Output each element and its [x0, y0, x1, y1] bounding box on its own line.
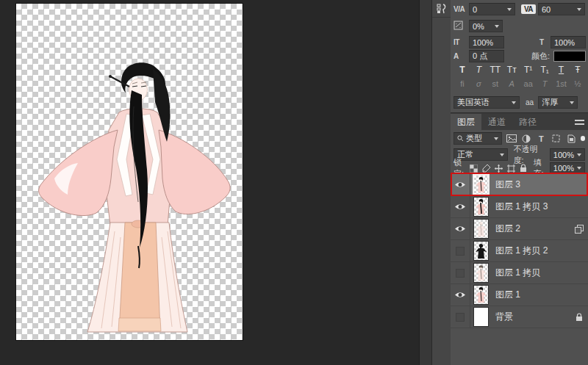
collapsed-panel-strip [431, 0, 451, 365]
layer-name: 图层 2 [495, 223, 570, 235]
tracking-select[interactable]: 60 [538, 3, 585, 15]
hanfu-woman-illustration [16, 4, 243, 340]
lock-artboard-icon[interactable] [507, 164, 515, 173]
ligatures-button[interactable]: fi [455, 79, 470, 88]
language-select[interactable]: 美国英语 [453, 96, 520, 109]
layer-thumbnail[interactable] [474, 242, 488, 260]
swash-button[interactable]: A [504, 79, 519, 88]
chevron-down-icon [577, 153, 581, 156]
proportional-spacing-icon [453, 21, 469, 32]
layer-name: 背景 [495, 311, 570, 323]
layer-thumbnail[interactable] [474, 308, 488, 326]
table-row[interactable]: 图层 2 [451, 218, 588, 240]
tab-channels[interactable]: 通道 [481, 114, 512, 130]
layer-thumbnail[interactable] [474, 220, 488, 238]
visibility-toggle[interactable] [451, 218, 470, 239]
layer-thumbnail[interactable] [474, 176, 488, 194]
character-panel-icon[interactable] [432, 0, 451, 18]
all-caps-button[interactable]: TT [488, 65, 503, 75]
oldstyle-button[interactable]: 1st [554, 79, 569, 88]
layer-thumbnail[interactable] [474, 198, 488, 216]
panel-dock-edge [419, 0, 431, 365]
chevron-down-icon [512, 101, 516, 104]
panel-tabbar: 图层 通道 路径 [451, 114, 588, 130]
chevron-down-icon [495, 25, 499, 28]
table-row[interactable]: 图层 1 拷贝 3 [451, 196, 588, 218]
layers-list: 图层 3 图层 1 拷贝 3 [451, 174, 588, 365]
eye-icon [454, 203, 466, 211]
table-row[interactable]: 图层 1 拷贝 [451, 262, 588, 284]
subscript-button[interactable]: T₁ [537, 65, 552, 75]
stylistic-alternates-button[interactable]: aa [521, 79, 536, 88]
layer-name: 图层 1 拷贝 3 [495, 200, 570, 213]
chevron-down-icon [500, 153, 504, 156]
table-row[interactable]: 图层 1 [451, 284, 588, 306]
lock-row: 锁定: 填充: 100% [451, 162, 588, 174]
search-icon [457, 135, 464, 142]
ordinals-button[interactable]: σ [471, 79, 486, 88]
visibility-toggle[interactable] [451, 240, 470, 261]
table-row[interactable]: 背景 [451, 306, 588, 328]
proportional-spacing-select[interactable]: 0% [469, 20, 503, 32]
document-canvas[interactable] [16, 4, 243, 340]
layer-thumbnail[interactable] [474, 264, 488, 282]
color-label: 颜色: [531, 51, 550, 62]
chevron-down-icon [577, 8, 581, 11]
opacity-select[interactable]: 100% [550, 148, 585, 161]
table-row[interactable]: 图层 3 [451, 174, 588, 196]
filter-type-icon[interactable]: T [536, 133, 547, 144]
layer-thumbnail[interactable] [474, 286, 488, 304]
eye-hidden-box [456, 269, 465, 278]
eye-icon [454, 181, 466, 189]
horizontal-scale-icon: T [539, 38, 551, 46]
vertical-scale-icon: IT [453, 38, 469, 46]
layer-name: 图层 1 [495, 289, 570, 301]
eye-hidden-box [456, 313, 465, 322]
filter-adjustment-icon[interactable] [520, 133, 531, 144]
panel-menu-icon[interactable] [575, 120, 584, 125]
filter-smart-object-icon[interactable] [565, 133, 576, 144]
vertical-scale-field[interactable]: 100% [469, 36, 504, 48]
right-panel-dock: V/A 0 VA 60 0% IT 100% T 100% A [451, 0, 588, 365]
table-row[interactable]: 图层 1 拷贝 2 [451, 240, 588, 262]
fill-select[interactable]: 100% [550, 162, 585, 174]
eye-icon [454, 291, 466, 299]
titling-alternates-button[interactable]: T [537, 79, 552, 88]
faux-bold-button[interactable]: T [455, 65, 470, 75]
fractions-button[interactable]: ½ [570, 79, 585, 88]
visibility-toggle[interactable] [451, 306, 470, 328]
small-caps-button[interactable]: Tᴛ [504, 65, 519, 75]
anti-alias-select[interactable]: 浑厚 [538, 96, 578, 109]
chevron-down-icon [570, 101, 574, 104]
visibility-toggle[interactable] [451, 262, 470, 283]
visibility-toggle[interactable] [451, 284, 470, 306]
filter-toggle[interactable] [581, 136, 585, 141]
baseline-shift-field[interactable]: 0 点 [469, 50, 504, 62]
layer-name: 图层 3 [495, 178, 570, 191]
filter-kind-select[interactable]: 类型 [453, 132, 502, 145]
visibility-toggle[interactable] [451, 174, 470, 195]
tab-paths[interactable]: 路径 [512, 114, 543, 130]
duplicate-badge-icon [575, 225, 584, 234]
tracking-icon: VA [521, 4, 536, 14]
filter-image-icon[interactable] [506, 133, 517, 144]
underline-button[interactable]: T [554, 65, 569, 75]
lock-transparency-icon[interactable] [470, 164, 478, 173]
faux-italic-button[interactable]: T [471, 65, 486, 75]
lock-pixels-icon[interactable] [482, 164, 490, 173]
superscript-button[interactable]: T¹ [521, 65, 536, 75]
lock-position-icon[interactable] [495, 164, 503, 173]
tab-layers[interactable]: 图层 [451, 114, 481, 130]
character-panel: V/A 0 VA 60 0% IT 100% T 100% A [451, 0, 588, 114]
discretionary-ligatures-button[interactable]: st [488, 79, 503, 88]
layer-name: 图层 1 拷贝 [495, 267, 570, 279]
filter-shape-icon[interactable] [551, 133, 562, 144]
baseline-shift-icon: A [453, 52, 469, 60]
text-color-swatch[interactable] [553, 51, 586, 62]
visibility-toggle[interactable] [451, 196, 470, 217]
blend-mode-row: 正常 不透明度: 100% [451, 147, 588, 162]
strikethrough-button[interactable]: Ŧ [570, 65, 585, 75]
kerning-select[interactable]: 0 [469, 3, 515, 15]
horizontal-scale-field[interactable]: 100% [551, 36, 586, 48]
lock-all-icon[interactable] [520, 164, 527, 173]
